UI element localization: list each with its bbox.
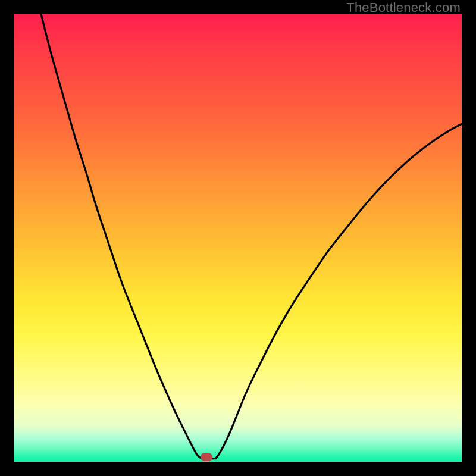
notch-marker	[201, 453, 212, 461]
watermark-text: TheBottleneck.com	[346, 0, 461, 15]
bottleneck-curve	[14, 14, 462, 462]
curve-path	[41, 14, 462, 459]
chart-frame: TheBottleneck.com	[0, 0, 476, 476]
plot-area	[14, 14, 462, 462]
